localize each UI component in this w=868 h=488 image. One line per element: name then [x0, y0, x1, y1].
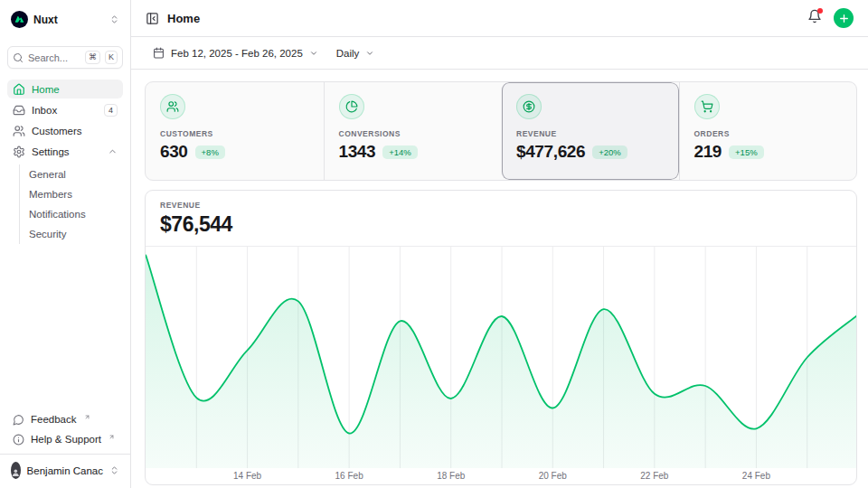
- stat-label: REVENUE: [516, 129, 665, 138]
- sidebar-item-members[interactable]: Members: [20, 184, 123, 204]
- info-circle-icon: [13, 434, 24, 446]
- sidebar-item-label: Settings: [32, 146, 70, 157]
- chevron-down-icon: [365, 49, 374, 58]
- sidebar-item-security[interactable]: Security: [20, 224, 123, 244]
- plus-icon: [838, 13, 850, 24]
- sidebar-item-label: Inbox: [32, 105, 57, 116]
- chevron-down-icon: [309, 49, 318, 58]
- chart-total-value: $76,544: [160, 212, 842, 237]
- revenue-chart-card: REVENUE $76,544 14 Feb16 Feb18 Feb20 Feb…: [145, 190, 857, 485]
- svg-text:16 Feb: 16 Feb: [335, 471, 364, 481]
- stat-value: 219: [694, 142, 722, 162]
- pie-chart-icon: [339, 94, 364, 119]
- period-value: Daily: [336, 48, 360, 59]
- nuxt-logo-icon: [11, 11, 28, 28]
- users-icon: [160, 94, 185, 119]
- stat-card-customers[interactable]: CUSTOMERS 630 +8%: [146, 82, 324, 180]
- house-icon: [13, 83, 25, 96]
- page-header: Home: [131, 0, 868, 37]
- svg-text:24 Feb: 24 Feb: [742, 471, 771, 481]
- main-area: Home Feb 12, 2025 - Feb 26, 202: [131, 0, 868, 488]
- svg-text:14 Feb: 14 Feb: [233, 471, 262, 481]
- page-title: Home: [167, 12, 200, 25]
- chart-title: REVENUE: [160, 201, 842, 210]
- kbd-cmd: ⌘: [85, 51, 100, 64]
- area-chart-svg: 14 Feb16 Feb18 Feb20 Feb22 Feb24 Feb: [146, 247, 857, 484]
- chevron-up-icon: [108, 146, 118, 156]
- period-select[interactable]: Daily: [329, 43, 382, 63]
- sidebar-item-home[interactable]: Home: [7, 80, 123, 99]
- stat-delta-badge: +14%: [382, 145, 418, 159]
- svg-text:20 Feb: 20 Feb: [539, 471, 568, 481]
- stat-label: ORDERS: [694, 129, 843, 138]
- stats-row: CUSTOMERS 630 +8% CONVERSIONS 1343 +14%: [145, 81, 857, 181]
- stat-value: 1343: [339, 142, 376, 162]
- circle-dollar-icon: [516, 94, 542, 119]
- dashboard-app: Nuxt Search... ⌘ K Home: [0, 0, 868, 488]
- users-icon: [13, 125, 25, 137]
- stat-card-revenue[interactable]: REVENUE $477,626 +20%: [501, 82, 679, 180]
- search-placeholder: Search...: [28, 52, 80, 63]
- add-button[interactable]: [834, 8, 854, 28]
- user-name: Benjamin Canac: [27, 465, 103, 476]
- svg-text:22 Feb: 22 Feb: [640, 471, 669, 481]
- kbd-k: K: [105, 51, 118, 64]
- external-link-icon: [84, 414, 90, 420]
- workspace-switcher[interactable]: Nuxt: [7, 7, 123, 32]
- inbox-icon: [13, 104, 25, 117]
- search-icon: [13, 52, 24, 63]
- filters-toolbar: Feb 12, 2025 - Feb 26, 2025 Daily: [131, 37, 868, 70]
- workspace-name: Nuxt: [33, 14, 104, 26]
- chevrons-up-down-icon: [109, 465, 119, 475]
- feedback-label: Feedback: [31, 414, 77, 425]
- stat-delta-badge: +8%: [195, 145, 225, 159]
- cart-icon: [694, 94, 720, 119]
- stat-label: CUSTOMERS: [160, 129, 309, 138]
- sidebar-nav: Home Inbox 4 Customers Setting: [7, 80, 123, 244]
- revenue-area-chart[interactable]: 14 Feb16 Feb18 Feb20 Feb22 Feb24 Feb: [146, 246, 856, 484]
- stat-card-orders[interactable]: ORDERS 219 +15%: [679, 82, 857, 180]
- collapse-sidebar-icon[interactable]: [146, 12, 159, 25]
- notifications-button[interactable]: [807, 9, 822, 27]
- inbox-count-badge: 4: [104, 104, 118, 117]
- feedback-link[interactable]: Feedback: [7, 410, 123, 428]
- stat-label: CONVERSIONS: [339, 129, 487, 138]
- search-input[interactable]: Search... ⌘ K: [7, 46, 123, 69]
- gear-icon: [13, 145, 25, 158]
- svg-text:18 Feb: 18 Feb: [437, 471, 466, 481]
- stat-delta-badge: +15%: [729, 145, 764, 159]
- dashboard-content: CUSTOMERS 630 +8% CONVERSIONS 1343 +14%: [131, 70, 868, 485]
- notification-dot: [817, 8, 823, 14]
- sidebar-item-notifications[interactable]: Notifications: [20, 204, 123, 224]
- stat-card-conversions[interactable]: CONVERSIONS 1343 +14%: [324, 82, 502, 180]
- user-menu[interactable]: Benjamin Canac: [7, 455, 123, 481]
- sidebar-item-settings[interactable]: Settings: [7, 142, 123, 161]
- date-range-value: Feb 12, 2025 - Feb 26, 2025: [171, 48, 303, 59]
- settings-submenu: General Members Notifications Security: [19, 164, 123, 244]
- stat-value: $477,626: [516, 142, 585, 162]
- sidebar-item-label: Customers: [32, 126, 82, 136]
- help-support-label: Help & Support: [31, 434, 101, 445]
- avatar: [11, 462, 21, 479]
- calendar-icon: [153, 47, 165, 59]
- sidebar-item-inbox[interactable]: Inbox 4: [7, 100, 123, 119]
- date-range-picker[interactable]: Feb 12, 2025 - Feb 26, 2025: [146, 42, 326, 63]
- stat-delta-badge: +20%: [592, 145, 627, 159]
- sidebar-item-label: Home: [32, 84, 60, 95]
- stat-value: 630: [160, 142, 188, 162]
- sidebar-footer-links: Feedback Help & Support: [7, 410, 123, 454]
- sidebar: Nuxt Search... ⌘ K Home: [0, 0, 131, 488]
- sidebar-item-customers[interactable]: Customers: [7, 121, 123, 140]
- external-link-icon: [108, 434, 115, 440]
- help-support-link[interactable]: Help & Support: [7, 430, 123, 448]
- message-bubble-icon: [13, 414, 24, 426]
- chevrons-up-down-icon: [109, 14, 119, 24]
- sidebar-item-general[interactable]: General: [20, 164, 123, 184]
